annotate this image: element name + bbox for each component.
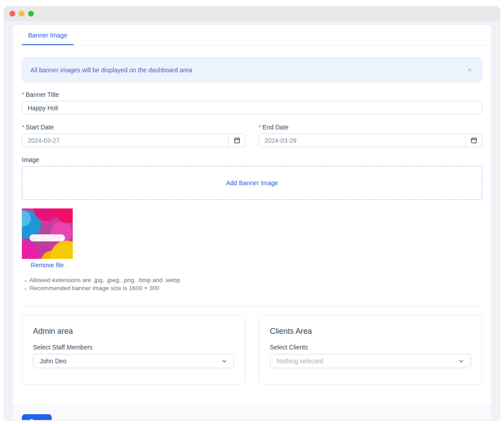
staff-members-selected-value: John Deo [40, 357, 66, 365]
calendar-icon [234, 137, 240, 144]
banner-title-label: *Banner Title [22, 91, 482, 98]
start-date-label: *Start Date [22, 124, 245, 131]
start-date-label-text: Start Date [25, 124, 54, 131]
end-date-group [259, 133, 482, 147]
tab-bar: Banner Image [13, 25, 491, 46]
traffic-lights [9, 11, 34, 17]
tab-banner-image[interactable]: Banner Image [22, 25, 74, 45]
visibility-areas: Admin area Select Staff Members John Deo [22, 315, 482, 385]
select-clients-label: Select Clients [270, 344, 471, 351]
browser-window: Banner Image All banner images will be d… [4, 6, 500, 420]
card-body: All banner images will be displayed on t… [13, 46, 491, 385]
clients-select[interactable]: Nothing selected [270, 354, 471, 368]
upload-progress-bar [29, 234, 65, 241]
banner-form-card: Banner Image All banner images will be d… [12, 25, 492, 420]
zoom-window-button[interactable] [28, 11, 34, 17]
start-date-group [22, 133, 245, 147]
image-label: Image [22, 156, 482, 163]
end-date-calendar-button[interactable] [466, 133, 482, 147]
page-background: Banner Image All banner images will be d… [4, 21, 500, 420]
save-button[interactable]: Save [22, 414, 52, 420]
remove-file-link[interactable]: Remove file [22, 262, 73, 269]
dropzone-text: Add Banner Image [226, 179, 278, 187]
clients-select-placeholder: Nothing selected [277, 357, 323, 365]
admin-area-card: Admin area Select Staff Members John Deo [22, 315, 245, 385]
required-mark: * [22, 124, 24, 131]
info-alert: All banner images will be displayed on t… [22, 58, 482, 82]
image-hints: → Allowed extensions are .jpg, .jpeg, .p… [22, 276, 482, 292]
select-staff-label: Select Staff Members [33, 344, 234, 351]
banner-image-thumbnail [22, 208, 73, 259]
staff-members-select[interactable]: John Deo [33, 354, 234, 368]
uploaded-file-preview: Remove file [22, 208, 73, 269]
banner-title-input[interactable] [22, 101, 482, 115]
section-divider [22, 306, 482, 307]
start-date-input[interactable] [22, 133, 229, 147]
minimize-window-button[interactable] [19, 11, 25, 17]
hint-recommended-size: → Recommended banner image size is 1600 … [22, 284, 482, 292]
chevron-down-icon [458, 358, 464, 364]
start-date-calendar-button[interactable] [229, 133, 245, 147]
end-date-input[interactable] [259, 133, 466, 147]
alert-close-icon[interactable]: × [466, 65, 474, 75]
close-window-button[interactable] [9, 11, 15, 17]
banner-image-dropzone[interactable]: Add Banner Image [22, 166, 482, 200]
card-footer: Save [13, 406, 491, 420]
calendar-icon [471, 137, 477, 144]
clients-area-title: Clients Area [270, 327, 471, 336]
clients-area-card: Clients Area Select Clients Nothing sele… [259, 315, 482, 385]
required-mark: * [22, 91, 24, 98]
end-date-label-text: End Date [262, 124, 288, 131]
required-mark: * [259, 124, 261, 131]
end-date-label: *End Date [259, 124, 482, 131]
banner-title-label-text: Banner Title [25, 91, 59, 98]
admin-area-title: Admin area [33, 327, 234, 336]
hint-allowed-extensions: → Allowed extensions are .jpg, .jpeg, .p… [22, 276, 482, 284]
chevron-down-icon [221, 358, 227, 364]
window-titlebar [4, 6, 500, 21]
info-alert-text: All banner images will be displayed on t… [30, 67, 466, 74]
